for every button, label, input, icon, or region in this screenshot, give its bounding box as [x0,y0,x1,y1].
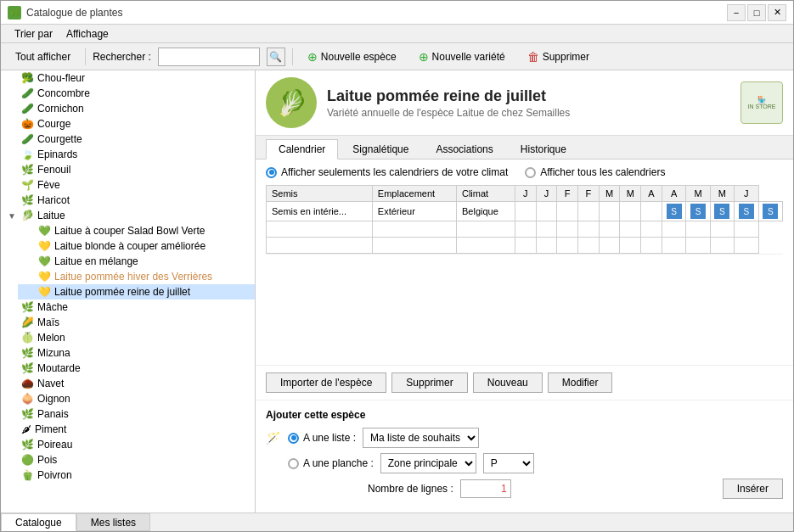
radio-list[interactable]: A une liste : [288,432,356,444]
tree-child-item[interactable]: 💛Laitue pommée reine de juillet [18,284,255,300]
plant-header: 🥬 Laitue pommée reine de juillet Variété… [256,70,793,136]
tree-item-label: Epinards [37,148,77,160]
plant-badge: 🏪 IN STORE [741,81,783,124]
tree-child-item[interactable]: 💚Laitue à couper Salad Bowl Verte [18,223,255,238]
add-board-row: A une planche : Zone principale P [266,453,783,473]
plant-info: Laitue pommée reine de juillet Variété a… [327,87,730,119]
tree-child-item[interactable]: 💛Laitue pommée hiver des Verrières [18,269,255,284]
month-f1: F [557,186,578,202]
insert-button[interactable]: Insérer [723,479,783,499]
tree-item[interactable]: 🥒Courgette [1,132,255,147]
tab-calendrier[interactable]: Calendrier [266,139,338,160]
tree-item[interactable]: 🫑Poivron [1,468,255,483]
tree-item[interactable]: 🟢Pois [1,452,255,468]
tree-item[interactable]: 🌿Fenouil [1,162,255,177]
radio-list-circle [288,433,299,444]
tree-item-icon: 🌽 [21,316,34,328]
tree-item[interactable]: 🥦Chou-fleur [1,70,255,86]
tree-item[interactable]: ▼🥬Laitue [1,208,255,223]
tree-item-icon: 🌰 [21,378,34,389]
tree-item[interactable]: 🥒Concombre [1,86,255,101]
tree-item[interactable]: 🧅Oignon [1,391,255,406]
menu-bar: Trier par Affichage [1,25,793,43]
tree-item[interactable]: 🌿Mâche [1,300,255,315]
month-j3: J [735,186,758,202]
month-m1: M [599,186,620,202]
menu-affichage[interactable]: Affichage [59,26,115,42]
tree-item-icon: 🥒 [21,103,34,115]
cell-m6 [620,202,641,221]
badge-line1: 🏪 [757,96,766,104]
tree-item[interactable]: 🌰Navet [1,376,255,391]
tree-item[interactable]: 🌱Fève [1,177,255,193]
tree-item-label: Mâche [37,301,68,313]
tree-item[interactable]: 🍃Epinards [1,147,255,162]
new-variety-label: Nouvelle variété [432,51,505,63]
tree-item-label: Laitue à couper Salad Bowl Verte [54,225,205,237]
tree-item-icon: 🌱 [21,179,34,191]
tab-signaletique[interactable]: Signalétique [340,139,421,159]
month-f2: F [578,186,600,202]
col-climat: Climat [456,186,515,202]
tree-item[interactable]: 🎃Courge [1,116,255,132]
board-select[interactable]: Zone principale [380,453,476,473]
new-species-label: Nouvelle espèce [321,51,397,63]
import-species-button[interactable]: Importer de l'espèce [266,372,386,393]
bottom-tab-mes-listes[interactable]: Mes listes [76,513,150,531]
delete-cal-button[interactable]: Supprimer [391,372,467,393]
list-select[interactable]: Ma liste de souhaits [363,428,479,448]
month-m4: M [710,186,734,202]
left-panel: 🥦Chou-fleur 🥒Concombre 🥒Cornichon 🎃Courg… [1,70,256,512]
tree-item[interactable]: 🍈Melon [1,330,255,345]
new-cal-button[interactable]: Nouveau [473,372,543,393]
slot-select[interactable]: P [483,453,534,473]
right-panel: 🥬 Laitue pommée reine de juillet Variété… [256,70,793,512]
modify-button[interactable]: Modifier [548,372,613,393]
cell-emplacement: Extérieur [372,202,456,221]
tab-historique[interactable]: Historique [508,139,579,159]
tree-item[interactable]: 🌿Mizuna [1,345,255,361]
tree-item-label: Laitue [37,210,65,221]
tree-item-icon: 🌿 [21,439,34,451]
tree-child-item[interactable]: 💛Laitue blonde à couper améliorée [18,238,255,254]
maximize-button[interactable]: □ [747,4,766,21]
tree-item-icon: 🟢 [21,454,34,466]
cal-s-marker-4: S [739,204,754,219]
tree-item[interactable]: 🌶Piment [1,422,255,437]
search-button[interactable]: 🔍 [267,48,285,66]
month-a2: A [662,186,685,202]
tree-child-item[interactable]: 💚Laitue en mélange [18,254,255,269]
tab-associations[interactable]: Associations [423,139,505,159]
tree-children: 💚Laitue à couper Salad Bowl Verte 💛Laitu… [1,223,255,300]
tab-bar: Calendrier Signalétique Associations His… [256,136,793,160]
menu-trier-par[interactable]: Trier par [8,26,59,42]
radio-board[interactable]: A une planche : [288,457,374,469]
horizontal-scrollbar[interactable] [266,254,783,264]
tree-item[interactable]: 🌿Haricot [1,193,255,208]
new-variety-button[interactable]: ⊕ Nouvelle variété [411,47,513,67]
tree-item-icon: 🧅 [21,393,34,405]
tree-item[interactable]: 🌿Moutarde [1,361,255,376]
search-input[interactable] [158,48,260,66]
lines-input[interactable] [460,479,511,498]
tree-item-label: Poivron [37,469,72,481]
radio-option-1[interactable]: Afficher seulements les calendriers de v… [266,166,508,178]
bottom-tab-catalogue[interactable]: Catalogue [1,513,76,531]
minimize-button[interactable]: − [727,4,746,21]
tree-item[interactable]: 🌿Poireau [1,437,255,452]
close-button[interactable]: ✕ [768,4,786,21]
plant-tree: 🥦Chou-fleur 🥒Concombre 🥒Cornichon 🎃Courg… [1,70,255,483]
delete-button[interactable]: 🗑 Supprimer [520,47,597,67]
tree-item[interactable]: 🌽Maïs [1,315,255,330]
tree-item[interactable]: 🌿Panais [1,406,255,422]
tree-item[interactable]: 🥒Cornichon [1,101,255,116]
tree-item-icon: 🍈 [21,332,34,344]
tree-item-icon: 🌿 [21,347,34,359]
new-species-button[interactable]: ⊕ Nouvelle espèce [300,47,404,67]
add-list-row: 🪄 A une liste : Ma liste de souhaits [266,428,783,448]
search-icon: 🔍 [269,51,282,63]
month-a1: A [641,186,662,202]
show-all-button[interactable]: Tout afficher [8,48,78,66]
radio-option-2[interactable]: Afficher tous les calendriers [525,166,665,178]
tree-expand-icon: ▼ [8,211,18,221]
